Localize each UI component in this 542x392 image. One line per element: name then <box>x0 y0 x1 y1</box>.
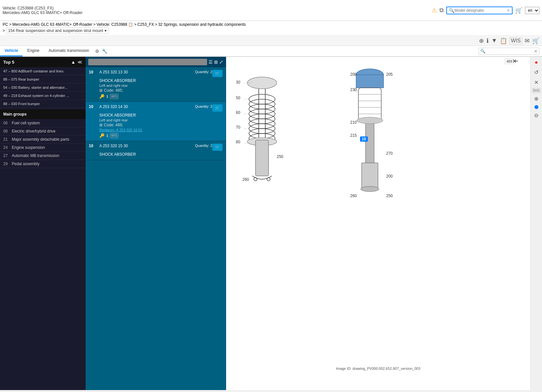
wis-icon-1[interactable]: WIS <box>110 94 118 99</box>
key-icon-2[interactable]: 🔑 <box>99 133 105 138</box>
svg-text:70: 70 <box>236 125 240 130</box>
info-icon-2[interactable]: ℹ <box>107 133 108 138</box>
sidebar-expand-icon[interactable]: ≪ <box>77 59 82 65</box>
search-icon: 🔍 <box>449 8 454 13</box>
tab-search-area[interactable]: 🔍 ✕ <box>479 48 539 55</box>
group-label-06: Fuel cell system <box>12 121 40 125</box>
warning-icon[interactable]: ⚠ <box>432 7 437 14</box>
breadcrumb-line2: > 154 Rear suspension strut and suspensi… <box>3 27 539 34</box>
part-name-2: SHOCK ABSORBER <box>99 113 222 118</box>
tab-engine[interactable]: Engine <box>23 46 44 56</box>
part-card-2: 10 A 253 320 14 30 Quantity: 2 🛒 SHOCK A… <box>86 102 226 141</box>
svg-text:60: 60 <box>236 110 240 115</box>
breadcrumb-model[interactable]: Mercedes-AMG GLC 63 4MATIC+ Off-Roader <box>12 22 92 27</box>
breadcrumb-fx[interactable]: C253_FX <box>137 22 154 27</box>
search-clear-icon[interactable]: ✕ <box>507 8 510 13</box>
part-replaces-2[interactable]: Replaces: A 253 320 10 01 <box>99 128 222 132</box>
copy-icon[interactable]: ⧉ <box>439 7 444 14</box>
tab-vehicle[interactable]: Vehicle <box>0 46 23 56</box>
svg-rect-12 <box>255 140 269 176</box>
breadcrumb-section: PC > Mercedes-AMG GLC 63 4MATIC+ Off-Roa… <box>0 21 542 57</box>
svg-text:270: 270 <box>386 151 393 156</box>
part-codeline-1: ⊞ Code: 485; <box>99 88 222 93</box>
svg-point-37 <box>361 186 379 192</box>
breadcrumb-copy-icon[interactable]: 📋 <box>128 22 133 27</box>
model-search-input[interactable] <box>454 8 507 13</box>
breadcrumb-springs[interactable]: 32 Springs, suspension and hydraulic com… <box>158 22 246 27</box>
add-to-cart-1[interactable]: 🛒 <box>212 70 222 77</box>
grid-view-icon[interactable]: ⊞ <box>214 59 218 65</box>
key-icon-1[interactable]: 🔑 <box>99 94 105 99</box>
wis-icon-2[interactable]: WIS <box>110 133 118 138</box>
diag-circle-icon[interactable]: ● <box>534 58 539 67</box>
group-num-29: 29 <box>3 162 10 166</box>
svg-rect-28 <box>356 75 384 88</box>
part-name-3: SHOCK ABSORBER <box>99 152 222 157</box>
sidebar-collapse-icon[interactable]: ▲ <box>71 59 75 65</box>
parts-list-search-bar[interactable] <box>88 59 207 65</box>
svg-text:30: 30 <box>236 80 240 85</box>
vehicle-id: Vehicle: C253988 (C253_FX) <box>3 6 83 10</box>
diag-close-icon[interactable]: ✕ <box>533 78 540 87</box>
tab-tools-icon[interactable]: 🔧 <box>101 47 109 55</box>
cart-icon[interactable]: 🛒 <box>532 37 539 44</box>
parts-list: ☰ ⊞ ⤢ 10 A 253 320 13 30 Quantity: 2 🛒 S… <box>86 57 226 390</box>
group-num-06: 06 <box>3 121 10 125</box>
list-view-icon[interactable]: ☰ <box>208 59 213 65</box>
part-row1-3: 10 A 253 320 15 30 Quantity: 2 🛒 <box>89 144 222 151</box>
grid-icon-2: ⊞ <box>99 123 103 127</box>
parts-list-header-icons: ☰ ⊞ ⤢ <box>208 59 223 65</box>
diagram-close-icon[interactable]: ✕ <box>512 58 517 64</box>
breadcrumb-vehicle[interactable]: Vehicle: C253988 <box>96 22 127 27</box>
mail-icon[interactable]: ✉ <box>525 37 530 44</box>
breadcrumb-pc[interactable]: PC <box>3 22 8 27</box>
sidebar-group-29[interactable]: 29 Pedal assembly <box>0 160 86 168</box>
group-label-27: Automatic MB transmission <box>12 153 59 158</box>
part-row1-1: 10 A 253 320 13 30 Quantity: 2 🛒 <box>89 70 222 77</box>
sidebar-group-06[interactable]: 06 Fuel cell system <box>0 119 86 127</box>
part-desc-1: Left and right rear <box>99 84 222 87</box>
sidebar-item-adblue[interactable]: 47 – 800 AdBlue® container and lines <box>0 67 86 75</box>
part-qty-2: Quantity: 2 <box>195 104 212 108</box>
document-icon[interactable]: 📋 <box>500 37 507 44</box>
svg-rect-29 <box>358 88 381 120</box>
grid-icon-1: ⊞ <box>99 88 103 93</box>
tab-automatic-transmission[interactable]: Automatic transmission <box>44 46 94 56</box>
add-to-cart-3[interactable]: 🛒 <box>212 144 222 151</box>
breadcrumb-current-dropdown[interactable]: 154 Rear suspension strut and suspension… <box>6 27 109 34</box>
sidebar-item-battery[interactable]: 54 – 030 Battery, starter and alternator… <box>0 84 86 92</box>
cart-add-btn[interactable]: 🛒 <box>515 7 522 14</box>
info-icon-1[interactable]: ℹ <box>107 94 108 99</box>
tab-search-icon: 🔍 <box>479 48 487 54</box>
language-select[interactable]: en de <box>525 7 539 14</box>
tab-search-clear[interactable]: ✕ <box>533 48 539 55</box>
tab-search-input[interactable] <box>487 48 533 54</box>
info-icon[interactable]: ℹ <box>486 37 489 44</box>
parts-list-header: ☰ ⊞ ⤢ <box>86 57 226 67</box>
diagram-main: 489 ✏ ✕ <box>226 57 530 390</box>
sidebar: Top 5 ▲ ≪ 47 – 800 AdBlue® container and… <box>0 57 86 390</box>
diag-zoom-out-icon[interactable]: ⊖ <box>533 111 540 120</box>
sidebar-group-08[interactable]: 08 Electric drive/hybrid drive <box>0 127 86 135</box>
sidebar-item-rear-bumper[interactable]: 88 – 075 Rear bumper <box>0 75 86 84</box>
sidebar-group-21[interactable]: 21 Major assembly detachable parts <box>0 135 86 144</box>
svg-text:205: 205 <box>386 72 393 77</box>
sidebar-group-27[interactable]: 27 Automatic MB transmission <box>0 152 86 160</box>
diag-undo-icon[interactable]: ↺ <box>533 68 540 77</box>
diag-zoom-in-icon[interactable]: ⊕ <box>533 94 540 103</box>
expand-view-icon[interactable]: ⤢ <box>219 59 223 65</box>
sidebar-item-front-bumper[interactable]: 88 – 030 Front bumper <box>0 100 86 108</box>
header-vehicle-info: Vehicle: C253988 (C253_FX) Mercedes-AMG … <box>3 6 83 15</box>
sidebar-group-24[interactable]: 24 Engine suspension <box>0 144 86 152</box>
add-to-cart-2[interactable]: 🛒 <box>212 104 222 112</box>
wis-icon[interactable]: WIS <box>510 37 522 44</box>
model-search-box[interactable]: 🔍 ✕ <box>446 7 513 14</box>
filter-icon[interactable]: ▼ <box>491 37 497 44</box>
part-codeline-2: ⊞ Code: 486; <box>99 123 222 127</box>
toolbar-icons: ⊕ ℹ ▼ 📋 WIS ✉ 🛒 <box>479 37 539 44</box>
tab-settings-icon[interactable]: ⚙ <box>94 47 101 55</box>
diag-svg-icon[interactable]: SVG <box>532 88 541 93</box>
parts-scroll[interactable]: 10 A 253 320 13 30 Quantity: 2 🛒 SHOCK A… <box>86 67 226 390</box>
zoom-in-icon[interactable]: ⊕ <box>479 37 484 44</box>
sidebar-item-exhaust[interactable]: 49 – 218 Exhaust system on 4-cylinder ..… <box>0 92 86 100</box>
